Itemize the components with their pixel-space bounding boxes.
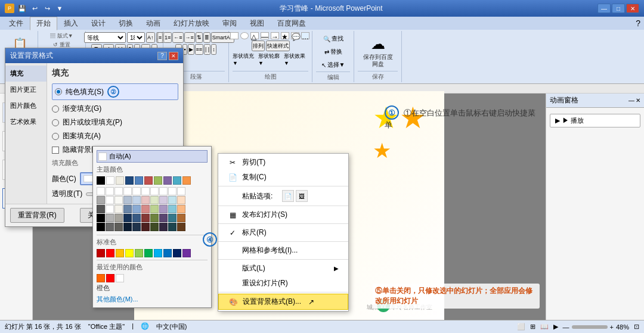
line-spacing-btn[interactable]: ↕	[211, 44, 216, 55]
nav-artistic-effect[interactable]: 艺术效果	[5, 114, 47, 130]
ctx-ruler[interactable]: ✓ 标尺(R)	[218, 225, 348, 240]
shade-3-1[interactable]	[106, 214, 114, 222]
shade-3-7[interactable]	[159, 214, 168, 222]
view-slide-show-btn[interactable]: ▶	[553, 323, 558, 331]
customize-quick-btn[interactable]: ▼	[54, 3, 65, 14]
list-bullet-btn[interactable]: ≡	[157, 32, 163, 43]
solid-fill-radio[interactable]	[55, 88, 62, 95]
shade-2-9[interactable]	[177, 205, 185, 213]
redo-btn[interactable]: ↪	[42, 3, 52, 14]
text-direction-btn[interactable]: ⇅	[196, 32, 203, 43]
shapes-effect-btn[interactable]: 形状效果▼	[284, 52, 308, 66]
tab-view[interactable]: 视图	[243, 17, 271, 30]
std-color-0[interactable]	[97, 249, 105, 257]
shade-0-0[interactable]	[97, 187, 105, 195]
help-icon[interactable]: ?	[636, 18, 640, 28]
shade-0-3[interactable]	[123, 187, 132, 195]
auto-color-option[interactable]: 自动(A)	[97, 150, 208, 163]
dialog-help-btn[interactable]: ?	[157, 52, 167, 60]
shade-3-8[interactable]	[168, 214, 177, 222]
shade-4-3[interactable]	[123, 223, 132, 231]
shade-0-1[interactable]	[106, 187, 114, 195]
theme-color-1[interactable]	[106, 176, 114, 185]
ctx-cut[interactable]: ✂ 剪切(T)	[218, 155, 348, 170]
undo-btn[interactable]: ↩	[29, 3, 40, 14]
replace-btn[interactable]: ⇄ 替换	[321, 45, 345, 58]
gradient-fill-option[interactable]: 渐变填充(G)	[52, 104, 178, 114]
nav-picture-correction[interactable]: 图片更正	[5, 82, 47, 98]
shape-arrow[interactable]: →	[271, 32, 279, 39]
theme-color-2[interactable]	[116, 176, 124, 185]
increase-font-btn[interactable]: A↑	[146, 32, 155, 43]
tab-animations[interactable]: 动画	[140, 17, 167, 30]
shade-0-7[interactable]	[159, 187, 168, 195]
tab-slideshow[interactable]: 幻灯片放映	[167, 17, 216, 30]
indent-more-btn[interactable]: →≡	[184, 32, 195, 43]
list-number-btn[interactable]: 1≡	[163, 32, 172, 43]
shade-3-9[interactable]	[177, 214, 185, 222]
dialog-close-btn[interactable]: ✕	[169, 52, 178, 60]
zoom-slider[interactable]	[572, 325, 608, 329]
shade-3-3[interactable]	[123, 214, 132, 222]
shade-4-0[interactable]	[97, 223, 105, 231]
shade-1-2[interactable]	[114, 196, 123, 204]
shade-0-9[interactable]	[177, 187, 185, 195]
maximize-btn[interactable]: □	[612, 4, 625, 13]
std-color-5[interactable]	[144, 249, 153, 257]
shade-2-1[interactable]	[106, 205, 114, 213]
tab-home[interactable]: 开始	[30, 17, 57, 30]
theme-color-9[interactable]	[182, 176, 191, 185]
anim-panel-minimize[interactable]: —	[628, 97, 634, 104]
std-color-9[interactable]	[182, 249, 191, 257]
std-color-8[interactable]	[173, 249, 181, 257]
std-color-7[interactable]	[163, 249, 172, 257]
shade-2-7[interactable]	[159, 205, 168, 213]
picture-texture-option[interactable]: 图片或纹理填充(P)	[52, 117, 178, 127]
shape-star[interactable]: ★	[281, 32, 289, 39]
shade-4-9[interactable]	[177, 223, 185, 231]
shade-1-3[interactable]	[123, 196, 132, 204]
shape-line[interactable]: —	[261, 32, 269, 39]
shade-1-7[interactable]	[159, 196, 168, 204]
minimize-btn[interactable]: —	[597, 4, 611, 13]
tab-review[interactable]: 审阅	[216, 17, 243, 30]
fit-to-window-btn[interactable]: ⊡	[634, 323, 639, 331]
picture-texture-radio[interactable]	[52, 119, 59, 126]
ctx-bg-format[interactable]: 🎨 设置背景格式(B)... ↗	[218, 294, 348, 310]
zoom-in-btn[interactable]: +	[610, 323, 614, 331]
align-text-btn[interactable]: ≣	[203, 32, 210, 43]
shade-3-0[interactable]	[97, 214, 105, 222]
std-color-1[interactable]	[106, 249, 114, 257]
theme-color-0[interactable]	[97, 176, 105, 185]
theme-color-7[interactable]	[163, 176, 172, 185]
shade-3-6[interactable]	[150, 214, 159, 222]
tab-file[interactable]: 文件	[2, 17, 30, 30]
shade-0-6[interactable]	[150, 187, 159, 195]
shade-4-5[interactable]	[141, 223, 150, 231]
shape-callout[interactable]: 💬	[291, 32, 299, 39]
shape-oval[interactable]	[240, 32, 249, 39]
shade-3-2[interactable]	[114, 214, 123, 222]
std-color-3[interactable]	[125, 249, 134, 257]
shade-4-1[interactable]	[106, 223, 114, 231]
arrange-btn[interactable]: 排列	[252, 41, 265, 51]
tab-transitions[interactable]: 切换	[112, 17, 140, 30]
ctx-publish-slide[interactable]: ▦ 发布幻灯片(S)	[218, 207, 348, 222]
shade-0-8[interactable]	[168, 187, 177, 195]
shade-1-9[interactable]	[177, 196, 185, 204]
shade-0-5[interactable]	[141, 187, 150, 195]
shapes-outline-btn[interactable]: 形状轮廓▼	[258, 52, 283, 66]
shade-2-2[interactable]	[114, 205, 123, 213]
solid-fill-option[interactable]: 纯色填充(S) ②	[52, 83, 178, 100]
tab-baidu[interactable]: 百度网盘	[271, 17, 312, 30]
shade-0-2[interactable]	[114, 187, 123, 195]
save-cloud-btn[interactable]: ☁ 保存到百度网盘	[358, 32, 398, 70]
paste-opt-2[interactable]: 🖼	[296, 190, 308, 202]
anim-panel-close[interactable]: ✕	[636, 97, 640, 104]
view-reading-btn[interactable]: 📖	[540, 323, 549, 331]
shade-4-6[interactable]	[150, 223, 159, 231]
shade-2-3[interactable]	[123, 205, 132, 213]
ctx-layout[interactable]: 版式(L) ▶	[218, 261, 348, 276]
justify-btn[interactable]: ≡≡	[195, 44, 204, 55]
font-family-select[interactable]: 等线	[84, 32, 126, 43]
